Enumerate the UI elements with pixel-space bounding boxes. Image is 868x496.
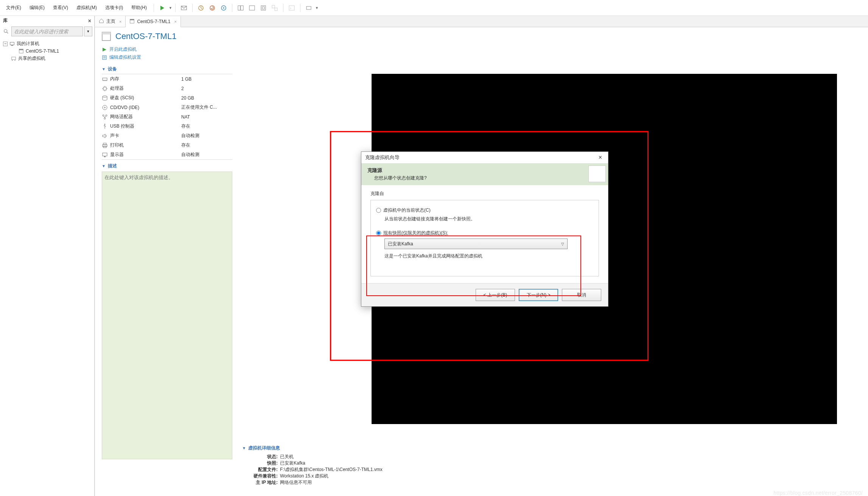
wizard-back-button[interactable]: < 上一步(B)	[476, 289, 515, 301]
menu-edit[interactable]: 编辑(E)	[26, 2, 48, 13]
disk-icon	[102, 95, 108, 101]
menu-file[interactable]: 文件(E)	[2, 2, 25, 13]
tab-close-icon[interactable]: ×	[174, 19, 176, 24]
toolbar-snapshot-clock-icon[interactable]	[196, 3, 206, 13]
svg-rect-25	[130, 19, 134, 20]
svg-point-22	[12, 60, 12, 61]
wizard-next-button[interactable]: 下一步(N) >	[519, 289, 558, 301]
toolbar-send-icon[interactable]	[179, 3, 189, 13]
clone-source-group: 虚拟机中的当前状态(C) 从当前状态创建链接克隆将创建一个新快照。 现有快照(仅…	[370, 200, 599, 276]
devices-section-header[interactable]: ▼设备	[95, 63, 868, 74]
library-search-dropdown[interactable]: ▼	[84, 27, 92, 36]
detail-row-ip: 主 IP 地址:网络信息不可用	[242, 479, 383, 486]
banner-title: 克隆源	[367, 167, 602, 174]
snapshot-description: 这是一个已安装Kafka并且完成网络配置的虚拟机	[376, 253, 593, 259]
shared-icon	[11, 56, 17, 61]
display-icon	[102, 152, 108, 158]
toolbar-view-single-icon[interactable]	[247, 3, 257, 13]
action-power-on-vm[interactable]: 开启此虚拟机	[102, 45, 861, 53]
detail-row-state: 状态:已关机	[242, 454, 383, 460]
svg-line-16	[7, 32, 8, 34]
radio-input[interactable]	[376, 231, 381, 236]
vm-icon	[129, 19, 135, 25]
details-header[interactable]: ▼虚拟机详细信息	[242, 445, 383, 451]
cd-icon	[102, 105, 108, 111]
radio-current-state[interactable]: 虚拟机中的当前状态(C)	[376, 207, 593, 214]
snapshot-combobox[interactable]: 已安装Kafka ▽	[384, 239, 568, 249]
detail-row-snapshot: 快照:已安装Kafka	[242, 460, 383, 466]
svg-point-42	[103, 96, 107, 97]
menu-vm[interactable]: 虚拟机(M)	[73, 2, 101, 13]
library-search-input[interactable]	[11, 27, 83, 36]
tab-vm-centos[interactable]: CentOS-7-TML1 ×	[126, 16, 180, 27]
radio-input[interactable]	[376, 208, 381, 213]
toolbar-snapshot-manage-icon[interactable]	[218, 3, 229, 13]
sound-icon	[102, 133, 108, 139]
svg-point-48	[104, 123, 105, 124]
device-row-cddvd[interactable]: CD/DVD (IDE)正在使用文件 C...	[102, 103, 232, 112]
toolbar-stretch-icon[interactable]	[303, 3, 314, 13]
svg-rect-18	[11, 45, 13, 45]
library-close-button[interactable]: ×	[88, 18, 91, 24]
menu-view[interactable]: 查看(V)	[49, 2, 72, 13]
svg-rect-21	[12, 57, 16, 59]
toolbar-play-button[interactable]	[157, 3, 168, 13]
banner-subtitle: 您想从哪个状态创建克隆?	[367, 175, 602, 181]
tab-label: 主页	[106, 18, 115, 25]
svg-point-3	[210, 6, 215, 10]
toolbar-play-dropdown[interactable]: ▼	[169, 6, 172, 10]
tree-node-vm-centos[interactable]: CentOS-7-TML1	[2, 48, 93, 55]
tab-label: CentOS-7-TML1	[137, 19, 170, 24]
wizard-cancel-button[interactable]: 取消	[562, 289, 601, 301]
toolbar-stretch-dropdown[interactable]: ▼	[315, 6, 319, 10]
tree-label: 我的计算机	[17, 41, 39, 47]
tab-close-icon[interactable]: ×	[119, 19, 121, 24]
tree-node-my-computer[interactable]: − 我的计算机	[2, 40, 93, 48]
clone-wizard-dialog: 克隆虚拟机向导 × 克隆源 您想从哪个状态创建克隆? 克隆自 虚拟机中的当前状态…	[361, 151, 608, 307]
action-label: 编辑虚拟机设置	[109, 54, 141, 61]
toolbar-snapshot-revert-icon[interactable]	[207, 3, 218, 13]
device-row-display[interactable]: 显示器自动检测	[102, 150, 232, 159]
device-row-memory[interactable]: 内存1 GB	[102, 74, 232, 84]
toolbar-unity-icon[interactable]	[269, 3, 280, 13]
toolbar-console-icon[interactable]	[286, 3, 297, 13]
svg-point-43	[103, 105, 107, 110]
tab-home[interactable]: 主页 ×	[95, 16, 126, 27]
dialog-close-button[interactable]: ×	[596, 154, 604, 161]
device-row-network[interactable]: 网络适配器NAT	[102, 112, 232, 122]
tree-collapse-icon[interactable]: −	[3, 42, 8, 46]
usb-icon	[102, 123, 108, 129]
vm-details-section: ▼虚拟机详细信息 状态:已关机 快照:已安装Kafka 配置文件:F:\虚拟机集…	[242, 445, 383, 486]
svg-rect-13	[289, 6, 294, 10]
action-edit-vm-settings[interactable]: 编辑虚拟机设置	[102, 53, 861, 61]
svg-rect-49	[103, 143, 106, 145]
menu-tabs[interactable]: 选项卡(I)	[101, 2, 127, 13]
vm-description-textarea[interactable]	[102, 172, 232, 459]
svg-rect-7	[241, 6, 243, 10]
svg-rect-52	[103, 153, 107, 156]
toolbar-view-thumbnails-icon[interactable]	[235, 3, 246, 13]
svg-rect-29	[103, 56, 106, 59]
device-row-sound[interactable]: 声卡自动检测	[102, 131, 232, 140]
network-icon	[102, 114, 108, 120]
svg-rect-20	[19, 49, 23, 50]
device-row-disk[interactable]: 硬盘 (SCSI)20 GB	[102, 93, 232, 103]
radio-existing-snapshot[interactable]: 现有快照(仅限关闭的虚拟机)(S):	[376, 230, 593, 236]
svg-rect-9	[261, 6, 266, 10]
svg-rect-8	[249, 6, 255, 10]
svg-point-44	[104, 107, 106, 108]
device-row-printer[interactable]: 打印机存在	[102, 140, 232, 150]
combobox-value: 已安装Kafka	[388, 241, 413, 247]
tree-node-shared-vms[interactable]: 共享的虚拟机	[2, 55, 93, 62]
toolbar-fullscreen-icon[interactable]	[258, 3, 269, 13]
svg-rect-11	[272, 5, 275, 8]
banner-image	[588, 165, 606, 182]
svg-rect-10	[262, 7, 264, 9]
menu-help[interactable]: 帮助(H)	[128, 2, 151, 13]
device-row-cpu[interactable]: 处理器2	[102, 84, 232, 93]
svg-rect-14	[306, 6, 311, 9]
library-title: 库	[3, 17, 8, 24]
svg-point-23	[14, 60, 15, 61]
svg-rect-5	[223, 7, 224, 8]
device-row-usb[interactable]: USB 控制器存在	[102, 122, 232, 131]
